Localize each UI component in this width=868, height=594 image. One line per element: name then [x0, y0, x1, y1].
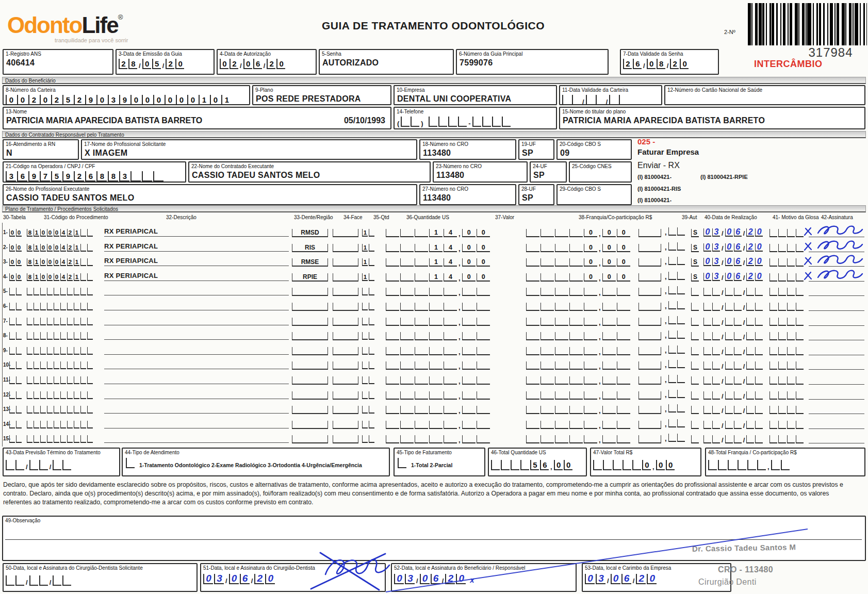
comb-cell [438, 117, 447, 127]
comb-cell [444, 391, 457, 400]
comb-cell: 2 [67, 244, 73, 252]
comb-separator: , [458, 246, 461, 252]
comb-cell [369, 406, 374, 414]
grid-cell [638, 391, 661, 400]
comb-cell [54, 391, 59, 399]
comb-cell [734, 361, 742, 370]
comb-cell [609, 95, 618, 105]
comb-cell: 4 [444, 258, 457, 267]
comb-cell [429, 391, 443, 400]
comb-cell [555, 421, 568, 429]
comb-cell [16, 435, 22, 443]
comb-field [126, 458, 135, 468]
data-nascimento: 05/10/1993 [344, 116, 385, 125]
grid-cell [333, 376, 358, 385]
comb-cell: 0 [617, 273, 630, 282]
comb-field: , [708, 460, 790, 470]
comb-cell: 5 [51, 171, 61, 182]
comb-cell [9, 347, 15, 355]
comb-cell [691, 318, 699, 326]
assinatura-solicitante-data: / / [4, 571, 196, 586]
comb-cell [415, 435, 428, 443]
comb-cell [40, 303, 46, 310]
comb-cell [80, 244, 86, 252]
comb-cell [703, 288, 711, 296]
field-uf-28: 28-UF SP [518, 184, 554, 205]
comb-field [362, 435, 374, 443]
comb-cell [712, 391, 720, 400]
comb-field: / / [703, 303, 763, 311]
comb-separator: , [599, 408, 601, 414]
comb-separator: / [50, 464, 52, 470]
comb-field: , [526, 391, 630, 400]
comb-cell [511, 460, 519, 470]
field-total-franquia: 48-Total Franquia / Co-participação R$ , [705, 448, 865, 476]
comb-cell [429, 303, 443, 311]
comb-cell [677, 227, 685, 236]
comb-cell [60, 406, 66, 414]
field-validade-senha: 7-Data Validade da Senha 26/08/20 [620, 49, 719, 75]
comb-cell [27, 391, 32, 399]
comb-cell [555, 435, 568, 443]
comb-cell [34, 303, 39, 310]
comb-cell [87, 303, 93, 310]
cnpj-cpf-value: 36975926883 [4, 169, 185, 182]
comb-cell [27, 303, 32, 310]
comb-field: 81000421 [27, 258, 93, 266]
comb-cell [67, 391, 73, 399]
grid-cell [638, 376, 661, 385]
section-beneficiario: Dados do Beneficiário [2, 77, 866, 84]
field-uf-19: 19-UF SP [518, 139, 554, 160]
comb-cell [787, 303, 795, 311]
comb-field [362, 406, 374, 414]
comb-separator: , [599, 334, 601, 340]
comb-cell: 6 [734, 243, 742, 252]
comb-cell [755, 347, 763, 355]
comb-separator: / [722, 349, 724, 355]
comb-cell [462, 318, 476, 326]
comb-cell [362, 347, 368, 355]
comb-separator: , [665, 333, 667, 339]
comb-separator: / [722, 290, 724, 296]
comb-cell [602, 347, 616, 355]
grid-cell [333, 318, 358, 326]
comb-field [691, 435, 699, 443]
comb-cell [778, 361, 786, 370]
comb-cell [400, 376, 414, 385]
grid-cell [292, 435, 328, 443]
comb-cell [386, 229, 399, 237]
comb-cell [526, 273, 539, 282]
comb-field: , [386, 318, 490, 326]
comb-cell [401, 117, 410, 127]
comb-cell [572, 95, 581, 105]
comb-cell: 1 [429, 229, 443, 237]
signature-line [809, 428, 864, 429]
comb-cell [415, 244, 428, 252]
comb-cell [712, 318, 720, 326]
comb-cell [586, 95, 595, 105]
comb-separator: / [643, 63, 645, 69]
comb-separator: , [599, 290, 601, 296]
comb-field: , [664, 375, 685, 383]
comb-field: 0,00 [526, 273, 630, 282]
comb-separator: / [722, 364, 724, 370]
comb-separator: ) [421, 121, 423, 127]
comb-separator: / [722, 245, 724, 252]
comb-cell [369, 421, 374, 428]
procedure-description [104, 331, 289, 340]
comb-cell [691, 332, 699, 340]
comb-field [691, 376, 699, 385]
comb-cell [541, 332, 554, 340]
row-number: 5- [3, 288, 8, 294]
comb-cell [444, 376, 457, 385]
comb-field: S [691, 244, 699, 252]
comb-cell: 0 [9, 273, 15, 281]
comb-cell [708, 460, 717, 470]
comb-cell: 2 [67, 229, 73, 237]
procedure-description [104, 301, 289, 310]
comb-field: , [526, 376, 630, 385]
grid-cell [638, 361, 661, 370]
comb-cell [691, 361, 699, 370]
signature-line [809, 295, 864, 296]
guide-number: 317984 [793, 45, 868, 60]
